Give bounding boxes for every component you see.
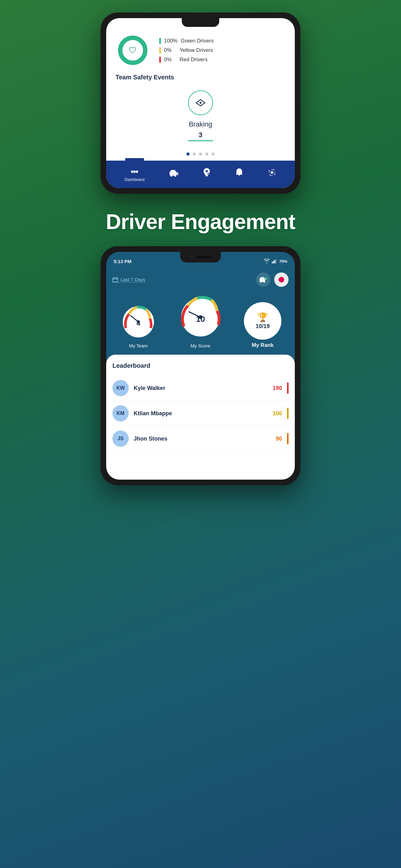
score-bar-1 [287,382,289,394]
record-dot [278,277,284,282]
nav-fleet[interactable]: + [169,168,178,179]
nav-dashboard-label: Dashboard [125,177,144,182]
section-heading: Driver Engagement [106,209,295,234]
dot-5[interactable] [211,153,214,156]
metrics-row: 4 My Team [106,290,295,354]
bottom-phone: 5:13 PM [101,246,300,485]
my-team-metric: 4 My Team [120,303,157,348]
filter-label: Last 7 Days [121,277,145,282]
svg-rect-7 [131,169,133,173]
nav-location[interactable]: + [203,168,211,179]
bell-icon [235,168,243,179]
vehicle-check-button[interactable] [256,273,270,287]
my-score-value: 10 [196,314,205,324]
dashboard-icon [130,165,139,176]
svg-rect-9 [136,166,138,173]
yellow-drivers-item: 0% Yellow Drivers [159,47,213,54]
leaderboard-row-3: JS Jhon Stones 90 [112,426,289,452]
filter-row: Last 7 Days [106,269,295,290]
status-bar-wrapper: 5:13 PM [106,252,295,269]
nav-dashboard[interactable]: Dashboard [125,165,144,182]
score-bar-3 [287,433,289,444]
leaderboard-section: Leaderboard KW Kyle Walker 190 KM Ktlian… [106,354,295,479]
red-drivers-item: 0% Red Drivers [159,57,213,63]
bottom-navigation: Dashboard + [106,161,295,188]
calendar-icon [112,277,118,282]
svg-rect-23 [275,259,276,264]
signal-icon [272,259,277,264]
yellow-label: Yellow Drivers [179,47,213,54]
avatar-km: KM [112,405,129,422]
yellow-pct: 0% [164,47,176,54]
top-phone: 🛡 100% Green Drivers 0% Yellow Drivers [101,12,300,194]
svg-rect-22 [274,260,275,264]
svg-point-13 [174,175,176,177]
red-label: Red Drivers [179,57,208,63]
svg-rect-21 [273,261,274,264]
rank-card: 🏆 10/19 [244,302,281,340]
my-rank-metric: 🏆 10/19 My Rank [244,302,281,348]
dot-2[interactable] [193,153,196,156]
svg-point-30 [261,281,262,283]
battery-level: 70% [279,259,287,264]
shield-icon: 🛡 [129,45,137,55]
my-team-value: 4 [136,319,140,328]
event-name: Braking [189,120,212,128]
avatar-js: JS [112,431,129,447]
svg-rect-11 [171,170,175,173]
my-team-label: My Team [129,343,148,348]
top-notch [182,18,219,27]
svg-point-31 [264,281,265,283]
event-value: 3 [188,131,213,141]
vehicle-check-icon [259,276,267,283]
dot-4[interactable] [205,153,208,156]
my-rank-label: My Rank [252,342,274,348]
record-button[interactable] [274,273,289,287]
wifi-icon [264,259,270,264]
camera-dot [190,255,193,259]
player-name-3: Jhon Stones [134,436,271,442]
my-score-gauge: 10 [177,294,224,341]
pill-sensor [196,256,211,258]
svg-rect-8 [134,167,136,173]
svg-text:+: + [208,173,209,175]
green-bar [159,38,161,44]
player-score-3: 90 [276,436,282,442]
safety-event-card: Braking 3 [115,87,286,148]
safety-events-title: Team Safety Events [115,74,286,81]
dot-1[interactable] [187,153,190,156]
leaderboard-row-1: KW Kyle Walker 190 [112,376,289,401]
svg-point-12 [170,175,172,177]
player-name-1: Kyle Walker [134,385,268,392]
green-label: Green Drivers [180,38,213,44]
nav-notifications[interactable] [235,168,243,179]
avatar-kw: KW [112,380,129,396]
date-filter[interactable]: Last 7 Days [112,277,145,282]
status-time: 5:13 PM [114,259,132,264]
green-drivers-item: 100% Green Drivers [159,38,213,44]
leaderboard-title: Leaderboard [112,362,289,369]
driver-status-row: 🛡 100% Green Drivers 0% Yellow Drivers [115,33,286,67]
player-score-1: 190 [273,385,282,392]
player-name-2: Ktlian Mbappe [134,410,268,417]
location-icon: + [203,168,211,179]
notch-overlay [180,252,221,262]
player-score-2: 100 [273,410,282,417]
driver-donut-chart: 🛡 [115,33,150,67]
svg-rect-20 [272,262,273,264]
svg-point-6 [200,102,201,104]
nav-settings[interactable] [268,168,276,179]
red-pct: 0% [164,57,176,63]
my-score-metric: 10 My Score [177,294,224,348]
leaderboard-row-2: KM Ktlian Mbappe 100 [112,401,289,426]
gear-icon [268,168,276,179]
dot-3[interactable] [199,153,202,156]
action-buttons [256,273,289,287]
rank-value: 10/19 [256,323,269,330]
status-icons: 70% [264,259,287,264]
svg-point-19 [271,171,273,174]
score-bar-2 [287,408,289,419]
green-pct: 100% [164,38,177,44]
my-team-gauge: 4 [120,303,157,341]
my-score-label: My Score [191,343,210,348]
